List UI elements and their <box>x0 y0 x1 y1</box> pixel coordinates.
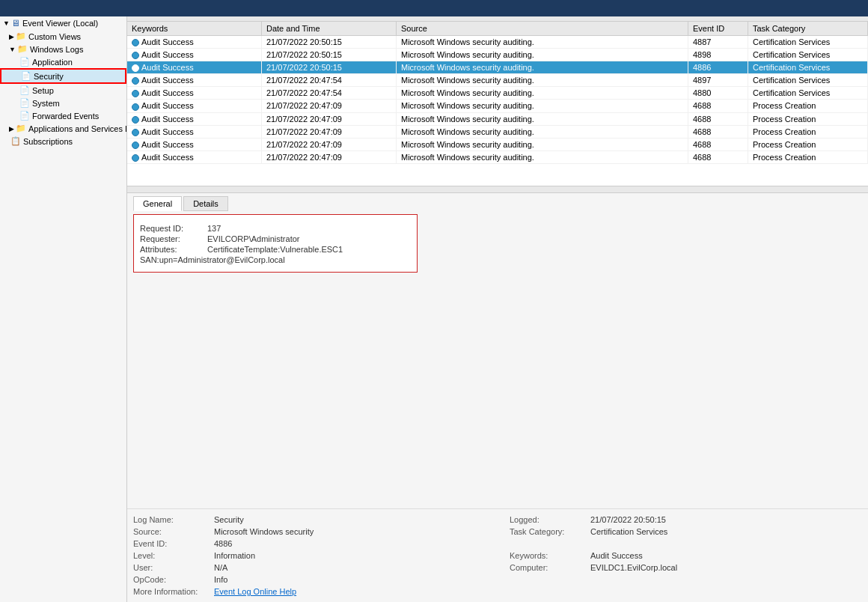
cell-source: Microsoft Windows security auditing. <box>397 74 688 86</box>
meta-row: OpCode:Info <box>133 575 862 584</box>
cell-source: Microsoft Windows security auditing. <box>397 139 688 150</box>
meta-value[interactable]: Event Log Online Help <box>214 587 296 596</box>
table-row[interactable]: Audit Success 21/07/2022 20:47:54 Micros… <box>127 74 868 87</box>
tab-details[interactable]: Details <box>183 196 228 211</box>
audit-icon <box>132 129 139 136</box>
cell-taskcategory: Certification Services <box>748 36 868 48</box>
table-row[interactable]: Audit Success 21/07/2022 20:47:09 Micros… <box>127 113 868 126</box>
meta-value: Security <box>214 515 244 524</box>
meta-row: Log Name:SecurityLogged:21/07/2022 20:50… <box>133 515 862 524</box>
meta-value: Information <box>214 551 255 560</box>
sidebar-item-applications-and-ser[interactable]: ▶ 📁Applications and Services Lo... <box>0 122 126 135</box>
cell-eventid: 4886 <box>688 61 748 73</box>
table-row[interactable]: Audit Success 21/07/2022 20:50:15 Micros… <box>127 36 868 49</box>
tab-general[interactable]: General <box>133 196 182 211</box>
sidebar-label: Event Viewer (Local) <box>22 19 98 28</box>
sidebar: ▼ 🖥Event Viewer (Local)▶ 📁Custom Views▼ … <box>0 16 127 602</box>
table-row[interactable]: Audit Success 21/07/2022 20:47:09 Micros… <box>127 151 868 164</box>
cell-taskcategory: Process Creation <box>748 139 868 150</box>
cell-source: Microsoft Windows security auditing. <box>397 61 688 73</box>
sidebar-item-application[interactable]: 📄Application <box>0 55 126 68</box>
cell-taskcategory: Certification Services <box>748 74 868 86</box>
cell-source: Microsoft Windows security auditing. <box>397 49 688 61</box>
cell-source: Microsoft Windows security auditing. <box>397 151 688 163</box>
table-body: Audit Success 21/07/2022 20:50:15 Micros… <box>127 36 868 186</box>
sidebar-item-forwarded-events[interactable]: 📄Forwarded Events <box>0 109 126 122</box>
computer-icon: 🖥 <box>11 18 20 28</box>
audit-icon <box>132 39 139 46</box>
meta-label: Source: <box>133 527 208 536</box>
cell-source: Microsoft Windows security auditing. <box>397 36 688 48</box>
meta-label: Event ID: <box>133 539 208 548</box>
table-row[interactable]: Audit Success 21/07/2022 20:47:09 Micros… <box>127 100 868 112</box>
sidebar-item-setup[interactable]: 📄Setup <box>0 84 126 97</box>
meta-row: More Information:Event Log Online Help <box>133 587 862 596</box>
meta-value: Info <box>214 575 227 584</box>
subscription-icon: 📋 <box>10 136 21 146</box>
cell-eventid: 4688 <box>688 113 748 125</box>
events-table: Keywords Date and Time Source Event ID T… <box>127 22 868 186</box>
meta-label: Level: <box>133 551 208 560</box>
cell-eventid: 4688 <box>688 151 748 163</box>
cell-keyword: Audit Success <box>127 36 262 48</box>
detail-fields: Request ID: 137 Requester: EVILCORP\Admi… <box>140 224 411 264</box>
folder-icon: 📁 <box>16 124 26 133</box>
table-row[interactable]: Audit Success 21/07/2022 20:47:09 Micros… <box>127 139 868 151</box>
sidebar-item-event-viewer-(local)[interactable]: ▼ 🖥Event Viewer (Local) <box>0 16 126 30</box>
detail-tabs: General Details <box>127 193 868 211</box>
log-icon: 📄 <box>21 71 31 81</box>
meta-label: OpCode: <box>133 575 208 584</box>
cell-eventid: 4688 <box>688 139 748 150</box>
sidebar-label: System <box>32 99 60 108</box>
folder-icon: 📁 <box>16 31 26 41</box>
cell-eventid: 4898 <box>688 49 748 61</box>
cell-keyword: Audit Success <box>127 100 262 112</box>
meta-row: Level:InformationKeywords:Audit Success <box>133 551 862 560</box>
cell-datetime: 21/07/2022 20:47:09 <box>262 151 397 163</box>
table-row[interactable]: Audit Success 21/07/2022 20:50:15 Micros… <box>127 61 868 74</box>
cell-datetime: 21/07/2022 20:50:15 <box>262 61 397 73</box>
audit-icon <box>132 90 139 97</box>
log-icon: 📄 <box>19 85 30 95</box>
meta-label: User: <box>133 563 208 572</box>
cell-keyword: Audit Success <box>127 139 262 150</box>
sidebar-label: Application <box>32 58 73 67</box>
title-bar <box>0 0 868 16</box>
sidebar-label: Windows Logs <box>30 45 84 54</box>
field-value: EVILCORP\Administrator <box>207 234 299 243</box>
table-row[interactable]: Audit Success 21/07/2022 20:50:15 Micros… <box>127 49 868 61</box>
sidebar-item-system[interactable]: 📄System <box>0 97 126 109</box>
meta-cell: Event ID:4886 <box>133 539 486 548</box>
cell-source: Microsoft Windows security auditing. <box>397 113 688 125</box>
cell-eventid: 4887 <box>688 36 748 48</box>
sidebar-item-custom-views[interactable]: ▶ 📁Custom Views <box>0 30 126 43</box>
arrow-indicator: ▼ <box>3 19 10 27</box>
meta-label: Logged: <box>510 515 584 524</box>
table-row[interactable]: Audit Success 21/07/2022 20:47:54 Micros… <box>127 87 868 100</box>
cell-keyword: Audit Success <box>127 49 262 61</box>
meta-cell: More Information:Event Log Online Help <box>133 587 486 596</box>
meta-value: 21/07/2022 20:50:15 <box>590 515 666 524</box>
meta-row: Event ID:4886 <box>133 539 862 548</box>
table-header: Keywords Date and Time Source Event ID T… <box>127 22 868 36</box>
sidebar-item-subscriptions[interactable]: 📋Subscriptions <box>0 135 126 148</box>
cell-keyword: Audit Success <box>127 74 262 86</box>
col-keywords: Keywords <box>127 22 262 35</box>
field-value: 137 <box>207 224 221 233</box>
meta-cell: Task Category:Certification Services <box>510 527 862 536</box>
sidebar-label: Security <box>34 72 64 81</box>
log-icon: 📄 <box>19 57 30 67</box>
field-label: Attributes: <box>140 245 207 254</box>
metadata-section: Log Name:SecurityLogged:21/07/2022 20:50… <box>127 508 868 602</box>
content-header <box>127 16 868 22</box>
table-row[interactable]: Audit Success 21/07/2022 20:47:09 Micros… <box>127 126 868 139</box>
cell-datetime: 21/07/2022 20:47:54 <box>262 74 397 86</box>
sidebar-item-security[interactable]: 📄Security <box>0 68 126 84</box>
cell-keyword: Audit Success <box>127 113 262 125</box>
cell-source: Microsoft Windows security auditing. <box>397 126 688 138</box>
meta-label: More Information: <box>133 587 208 596</box>
sidebar-item-windows-logs[interactable]: ▼ 📁Windows Logs <box>0 43 126 55</box>
cell-datetime: 21/07/2022 20:50:15 <box>262 36 397 48</box>
audit-icon <box>132 64 139 72</box>
meta-value: N/A <box>214 563 227 572</box>
